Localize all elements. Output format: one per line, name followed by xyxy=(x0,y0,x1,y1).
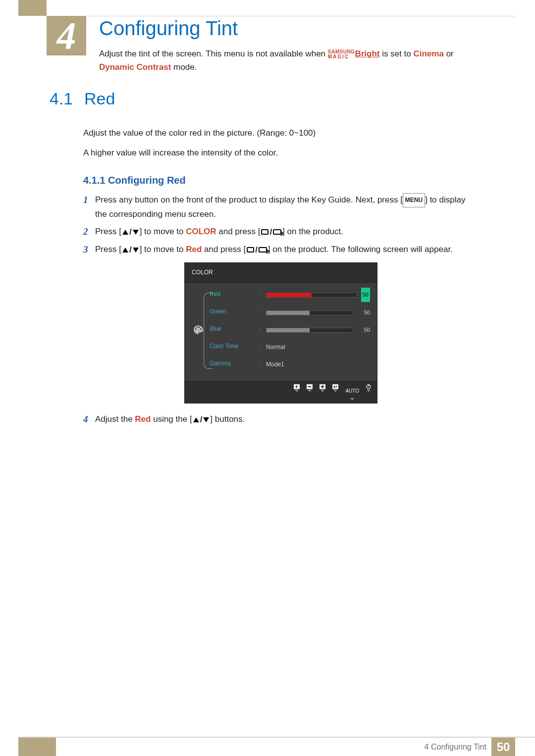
intro-text-d: mode. xyxy=(173,62,197,72)
svg-rect-9 xyxy=(368,384,369,387)
steps-list: 1 Press any button on the front of the p… xyxy=(83,193,476,430)
cinema-keyword: Cinema xyxy=(414,49,444,58)
tone-value: Normal xyxy=(266,341,285,354)
header-side-accent xyxy=(18,0,47,16)
menu-key-icon: MENU xyxy=(403,193,425,207)
step-2: 2 Press [/] to move to COLOR and press [… xyxy=(83,225,476,239)
osd-label-green: Green xyxy=(210,305,254,318)
back-icon xyxy=(294,384,300,401)
subsection-heading: 4.1.1 Configuring Red xyxy=(83,175,186,186)
chapter-intro: Adjust the tint of the screen. This menu… xyxy=(99,47,476,74)
step-number: 1 xyxy=(83,193,95,221)
svg-rect-6 xyxy=(322,385,323,388)
dynamic-contrast-keyword: Dynamic Contrast xyxy=(99,62,171,72)
red-keyword: Red xyxy=(186,245,202,254)
osd-row-tone: : Normal xyxy=(259,341,370,354)
step-number: 2 xyxy=(83,225,95,239)
osd-row-red: : 50 xyxy=(259,288,370,302)
chapter-title: Configuring Tint xyxy=(99,17,238,40)
select-enter-icon: / xyxy=(247,243,267,256)
osd-label-tone: Color Tone xyxy=(210,340,254,353)
osd-values: : 50 : 50 : xyxy=(259,288,370,371)
section-paragraph-1: Adjust the value of the color red in the… xyxy=(83,126,476,140)
section-title: Red xyxy=(84,89,115,108)
red-value: 50 xyxy=(361,288,370,302)
red-slider xyxy=(266,293,357,298)
step-body: Press [/] to move to COLOR and press [/]… xyxy=(95,225,476,239)
step-body: Press [/] to move to Red and press [/] o… xyxy=(95,243,476,408)
enter-icon xyxy=(332,384,338,401)
osd-bracket-decoration xyxy=(204,293,213,369)
minus-icon xyxy=(307,384,313,401)
up-down-icon: / xyxy=(193,413,210,426)
red-keyword: Red xyxy=(135,414,151,424)
blue-slider xyxy=(266,328,353,333)
document-page: 4 Configuring Tint Adjust the tint of th… xyxy=(0,0,535,756)
up-down-icon: / xyxy=(122,243,139,256)
osd-button-strip: AUTO xyxy=(185,381,377,403)
intro-text-a: Adjust the tint of the screen. This menu… xyxy=(99,49,328,58)
footer-side-accent xyxy=(18,738,56,756)
osd-label-gamma: Gamma xyxy=(210,357,254,370)
page-number: 50 xyxy=(491,738,515,756)
footer-chapter-label: 4 Configuring Tint xyxy=(425,738,486,756)
osd-label-red: Red xyxy=(210,288,254,301)
auto-label: AUTO xyxy=(345,384,359,401)
section-paragraph-2: A higher value will increase the intensi… xyxy=(83,146,476,159)
step-3: 3 Press [/] to move to Red and press [/]… xyxy=(83,243,476,408)
svg-rect-3 xyxy=(308,386,311,387)
step-body: Press any button on the front of the pro… xyxy=(95,193,476,221)
green-slider xyxy=(266,310,353,315)
osd-screenshot: COLOR Red Green Blue Color Tone xyxy=(184,262,377,403)
step-number: 3 xyxy=(83,243,95,408)
section-number: 4.1 xyxy=(50,89,73,108)
select-enter-icon: / xyxy=(261,225,281,239)
chapter-number-badge: 4 xyxy=(47,16,86,55)
up-down-icon: / xyxy=(122,225,139,239)
green-value: 50 xyxy=(357,306,370,319)
plus-icon xyxy=(320,384,325,401)
magic-bright-label: Bright xyxy=(355,49,379,58)
step-number: 4 xyxy=(83,412,95,426)
header-divider xyxy=(86,16,515,16)
osd-title: COLOR xyxy=(185,263,377,283)
osd-row-gamma: : Mode1 xyxy=(259,358,370,371)
osd-row-green: : 50 xyxy=(259,306,370,319)
palette-icon xyxy=(192,288,205,371)
step-4: 4 Adjust the Red using the [/] buttons. xyxy=(83,412,476,426)
gamma-value: Mode1 xyxy=(266,358,284,371)
osd-labels: Red Green Blue Color Tone Gamma xyxy=(210,288,254,371)
power-icon xyxy=(366,384,371,401)
intro-text-b: is set to xyxy=(382,49,413,58)
samsung-magic-logo: SAMSUNG MAGIC xyxy=(328,50,355,59)
osd-label-blue: Blue xyxy=(210,322,254,336)
step-1: 1 Press any button on the front of the p… xyxy=(83,193,476,221)
osd-row-blue: : 50 xyxy=(259,323,370,337)
blue-value: 50 xyxy=(357,323,370,337)
intro-text-c: or xyxy=(446,49,454,58)
color-keyword: COLOR xyxy=(186,227,216,236)
step-body: Adjust the Red using the [/] buttons. xyxy=(95,412,476,426)
